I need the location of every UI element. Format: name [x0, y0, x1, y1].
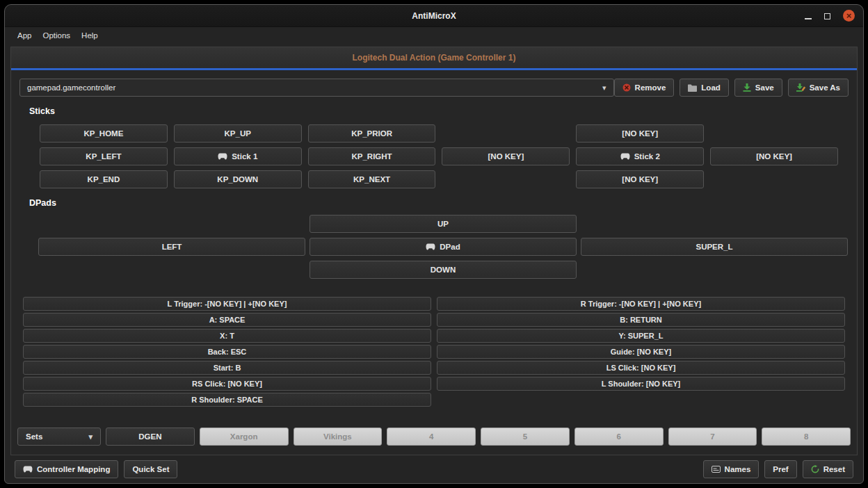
stick-button-kp-end[interactable]: KP_END: [40, 170, 168, 188]
set-tab-8[interactable]: 8: [762, 428, 851, 446]
dpad-up-button[interactable]: UP: [310, 215, 577, 233]
grid-spacer: [442, 124, 570, 143]
grid-spacer: [38, 215, 305, 233]
reset-button[interactable]: Reset: [803, 460, 853, 478]
controller-tab[interactable]: Logitech Dual Action (Game Controller 1): [11, 47, 857, 70]
r-trigger-button[interactable]: R Trigger: -[NO KEY] | +[NO KEY]: [437, 297, 845, 311]
controller-mapping-label: Controller Mapping: [37, 465, 110, 473]
sticks-heading: Sticks: [29, 106, 857, 116]
quick-set-button[interactable]: Quick Set: [124, 460, 177, 478]
grid-spacer: [710, 124, 838, 143]
stick-button-kp-up[interactable]: KP_UP: [174, 124, 302, 143]
menu-app[interactable]: App: [12, 29, 37, 42]
grid-spacer: [710, 170, 838, 188]
grid-spacer: [38, 261, 305, 279]
grid-spacer: [442, 170, 570, 188]
r-shoulder-button[interactable]: R Shoulder: SPACE: [23, 393, 431, 407]
b-button[interactable]: B: RETURN: [437, 313, 845, 327]
set-tab-2[interactable]: Xargon: [200, 428, 289, 446]
gamepad-icon: [620, 153, 630, 160]
reset-button-label: Reset: [823, 465, 845, 473]
set-tab-7[interactable]: 7: [668, 428, 757, 446]
stick2-button-label: Stick 2: [634, 152, 660, 161]
gamepad-icon: [218, 153, 227, 160]
load-icon: [688, 84, 697, 92]
controller-mapping-button[interactable]: Controller Mapping: [15, 460, 118, 478]
guide-button[interactable]: Guide: [NO KEY]: [437, 345, 845, 359]
chevron-down-icon: ▾: [88, 432, 93, 441]
stick2-down-button[interactable]: [NO KEY]: [576, 170, 704, 188]
profile-actions: Remove Load Save Save As: [614, 79, 849, 97]
menu-bar: App Options Help: [5, 27, 863, 44]
load-button[interactable]: Load: [680, 79, 728, 97]
menu-help[interactable]: Help: [76, 29, 104, 42]
reset-icon: [811, 465, 819, 473]
button-mapping-list: L Trigger: -[NO KEY] | +[NO KEY] R Trigg…: [23, 297, 845, 407]
remove-button[interactable]: Remove: [614, 79, 675, 97]
back-button[interactable]: Back: ESC: [23, 345, 431, 359]
footer-right-group: Names Pref Reset: [703, 460, 853, 478]
stick2-up-button[interactable]: [NO KEY]: [576, 124, 704, 143]
stick-button-kp-right[interactable]: KP_RIGHT: [308, 147, 436, 165]
stick-button-kp-next[interactable]: KP_NEXT: [308, 170, 436, 188]
stick-button-kp-home[interactable]: KP_HOME: [40, 124, 168, 143]
sets-dropdown[interactable]: Sets ▾: [17, 428, 101, 446]
maximize-icon: [824, 13, 830, 19]
controller-pane: Logitech Dual Action (Game Controller 1)…: [10, 47, 858, 455]
names-button-label: Names: [725, 465, 751, 473]
grid-spacer: [581, 215, 848, 233]
save-as-button[interactable]: Save As: [788, 79, 849, 97]
stick-button-kp-left[interactable]: KP_LEFT: [40, 147, 168, 165]
app-window: AntiMicroX × App Options Help Logitech D…: [4, 4, 864, 484]
ls-click-button[interactable]: LS Click: [NO KEY]: [437, 361, 845, 375]
pref-button[interactable]: Pref: [764, 460, 796, 478]
stick2-button[interactable]: Stick 2: [576, 147, 704, 165]
set-tab-5[interactable]: 5: [481, 428, 570, 446]
stick1-extra-button[interactable]: [NO KEY]: [442, 147, 570, 165]
a-button[interactable]: A: SPACE: [23, 313, 431, 327]
minimize-button[interactable]: [805, 10, 812, 22]
footer-bar: Controller Mapping Quick Set Names Pref …: [15, 460, 853, 478]
set-tab-3[interactable]: Vikings: [294, 428, 383, 446]
rs-click-button[interactable]: RS Click: [NO KEY]: [23, 377, 431, 391]
window-controls: ×: [805, 5, 855, 26]
set-tab-1[interactable]: DGEN: [106, 428, 195, 446]
stick2-extra-button[interactable]: [NO KEY]: [710, 147, 838, 165]
stick1-button[interactable]: Stick 1: [174, 147, 302, 165]
maximize-button[interactable]: [824, 10, 830, 22]
save-icon: [743, 83, 751, 92]
minimize-icon: [805, 18, 812, 19]
remove-icon: [622, 83, 631, 92]
names-button[interactable]: Names: [703, 460, 760, 478]
profile-combobox-value: gamepad.gamecontroller: [27, 83, 115, 92]
dpad-center-button[interactable]: DPad: [310, 238, 577, 256]
save-as-button-label: Save As: [810, 83, 840, 92]
x-button[interactable]: X: T: [23, 329, 431, 343]
remove-button-label: Remove: [635, 83, 666, 92]
menu-options[interactable]: Options: [37, 29, 76, 42]
set-tab-6[interactable]: 6: [574, 428, 664, 446]
set-tab-4[interactable]: 4: [387, 428, 476, 446]
stick1-button-label: Stick 1: [232, 152, 257, 161]
y-button[interactable]: Y: SUPER_L: [437, 329, 845, 343]
start-button[interactable]: Start: B: [23, 361, 431, 375]
l-shoulder-button[interactable]: L Shoulder: [NO KEY]: [437, 377, 845, 391]
save-button[interactable]: Save: [734, 79, 782, 97]
stick-button-kp-down[interactable]: KP_DOWN: [174, 170, 302, 188]
l-trigger-button[interactable]: L Trigger: -[NO KEY] | +[NO KEY]: [23, 297, 431, 311]
load-button-label: Load: [701, 83, 720, 92]
profile-combobox[interactable]: gamepad.gamecontroller ▾: [19, 79, 614, 97]
profile-row: gamepad.gamecontroller ▾ Remove Load Sav…: [11, 70, 857, 97]
chevron-down-icon: ▾: [602, 83, 606, 92]
title-bar: AntiMicroX ×: [5, 5, 863, 27]
close-button[interactable]: ×: [843, 10, 855, 22]
stick-button-kp-prior[interactable]: KP_PRIOR: [308, 124, 436, 143]
window-title: AntiMicroX: [412, 11, 456, 21]
controller-tab-title: Logitech Dual Action (Game Controller 1): [353, 53, 516, 63]
dpad-center-button-label: DPad: [440, 243, 460, 251]
dpad-right-button[interactable]: SUPER_L: [581, 238, 848, 256]
sticks-grid: KP_HOME KP_UP KP_PRIOR [NO KEY] KP_LEFT …: [40, 124, 838, 188]
dpad-left-button[interactable]: LEFT: [38, 238, 305, 256]
dpad-down-button[interactable]: DOWN: [310, 261, 577, 279]
close-icon: ×: [846, 10, 852, 21]
